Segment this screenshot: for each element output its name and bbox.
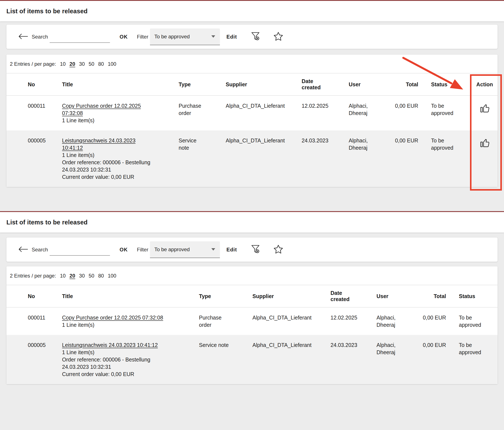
header-date-created: Date created [297, 78, 344, 91]
clear-filter-button[interactable] [250, 244, 261, 255]
line-items-info: 1 Line item(s) [62, 151, 152, 159]
cell-status: To be approved [453, 308, 498, 335]
order-value-info: Current order value: 0,00 EUR [62, 371, 173, 378]
thumb-up-icon [480, 108, 490, 114]
cell-supplier: Alpha_CI_DTA_Lieferant [248, 308, 326, 328]
table-row: 000011 Copy Purchase order 12.02.2025 07… [6, 96, 498, 131]
funnel-x-icon [250, 31, 261, 42]
header-supplier: Supplier [248, 293, 326, 299]
cell-date-created: 12.02.2025 [326, 308, 372, 328]
approve-button[interactable] [480, 102, 490, 115]
cell-type: Service note [179, 131, 221, 158]
line-items-info: 1 Line item(s) [62, 321, 173, 328]
results-table-card: 2 Entries / per page: 10 20 30 50 80 100… [6, 266, 498, 384]
document-link[interactable]: Copy Purchase order 12.02.2025 07:32:08 [62, 315, 163, 321]
order-value-info: Current order value: 0,00 EUR [62, 173, 152, 180]
entries-count-label: 2 Entries / per page: [10, 273, 56, 279]
header-type: Type [179, 81, 221, 88]
per-page-option-100[interactable]: 100 [108, 61, 116, 67]
clear-filter-button[interactable] [250, 31, 261, 42]
caret-down-icon [211, 248, 215, 251]
filter-dropdown-value: To be approved [154, 34, 189, 40]
edit-button[interactable]: Edit [226, 34, 237, 40]
header-action: Action [472, 81, 498, 88]
per-page-option-50[interactable]: 50 [89, 61, 94, 67]
line-items-info: 1 Line item(s) [62, 349, 173, 356]
filter-dropdown[interactable]: To be approved [150, 28, 220, 45]
search-input[interactable] [50, 244, 110, 256]
ok-button[interactable]: OK [120, 247, 128, 253]
cell-date-created: 12.02.2025 [297, 96, 344, 116]
per-page-option-20[interactable]: 20 [70, 273, 75, 279]
header-type: Type [199, 293, 248, 299]
per-page-option-80[interactable]: 80 [98, 273, 104, 279]
ok-button[interactable]: OK [120, 34, 128, 40]
line-items-info: 1 Line item(s) [62, 117, 152, 124]
header-status: Status [453, 293, 498, 299]
cell-total: 0,00 EUR [394, 96, 426, 116]
header-status: Status [426, 81, 472, 88]
favorite-button[interactable] [273, 31, 284, 42]
panel-top: List of items to be released Search OK F… [0, 0, 504, 211]
per-page-option-80[interactable]: 80 [98, 61, 104, 67]
arrow-left-icon [18, 246, 28, 253]
header-no: No [6, 293, 62, 299]
table-header-row: No Title Type Supplier Date created User… [6, 73, 498, 96]
per-page-option-30[interactable]: 30 [79, 273, 85, 279]
per-page-option-30[interactable]: 30 [79, 61, 85, 67]
cell-total: 0,00 EUR [422, 335, 453, 355]
panel-body: Search OK Filter To be approved Edit [0, 237, 504, 384]
order-reference-info: Order reference: 000006 - Bestellung 24.… [62, 159, 152, 173]
edit-button[interactable]: Edit [226, 247, 237, 253]
favorite-button[interactable] [273, 244, 284, 255]
per-page-option-20[interactable]: 20 [70, 61, 75, 67]
back-button[interactable] [18, 246, 28, 253]
per-page-option-50[interactable]: 50 [89, 273, 94, 279]
document-link[interactable]: Leistungsnachweis 24.03.2023 10:41:12 [62, 138, 135, 151]
header-user: User [344, 81, 394, 88]
approve-button[interactable] [480, 137, 490, 150]
document-link[interactable]: Leistungsnachweis 24.03.2023 10:41:12 [62, 342, 158, 348]
caret-down-icon [211, 35, 215, 38]
cell-status: To be approved [426, 131, 472, 158]
header-user: User [372, 293, 422, 299]
cell-date-created: 24.03.2023 [297, 131, 344, 150]
cell-no: 000011 [6, 96, 62, 116]
funnel-x-icon [250, 244, 261, 255]
table-header-row: No Title Type Supplier Date created User… [6, 285, 498, 308]
search-label: Search [32, 34, 48, 40]
filter-dropdown[interactable]: To be approved [150, 241, 220, 258]
cell-no: 000005 [6, 335, 62, 355]
table-row: 000005 Leistungsnachweis 24.03.2023 10:4… [6, 131, 498, 187]
cell-user: Alphaci, Dheeraj [344, 131, 394, 158]
header-supplier: Supplier [221, 81, 297, 88]
cell-no: 000011 [6, 308, 62, 328]
table-row: 000005 Leistungsnachweis 24.03.2023 10:4… [6, 335, 498, 384]
header-total: Total [422, 293, 453, 299]
cell-type: Purchase order [179, 96, 221, 123]
results-table-card: 2 Entries / per page: 10 20 30 50 80 100… [6, 55, 498, 187]
per-page-option-100[interactable]: 100 [108, 273, 116, 279]
cell-status: To be approved [426, 96, 472, 123]
search-input[interactable] [50, 31, 110, 43]
cell-status: To be approved [453, 335, 498, 362]
panel-bottom: List of items to be released Search OK F… [0, 211, 504, 384]
cell-user: Alphaci, Dheeraj [344, 96, 394, 123]
filter-dropdown-value: To be approved [154, 246, 189, 252]
cell-date-created: 24.03.2023 [326, 335, 372, 355]
cell-title: Leistungsnachweis 24.03.2023 10:41:12 1 … [62, 131, 179, 187]
cell-title: Copy Purchase order 12.02.2025 07:32:08 … [62, 308, 199, 335]
per-page-option-10[interactable]: 10 [60, 273, 66, 279]
back-button[interactable] [18, 33, 28, 40]
per-page-option-10[interactable]: 10 [60, 61, 66, 67]
toolbar: Search OK Filter To be approved Edit [6, 25, 498, 49]
cell-total: 0,00 EUR [394, 131, 426, 150]
page-title: List of items to be released [6, 8, 88, 15]
panel-body: Search OK Filter To be approved Edit [0, 25, 504, 211]
filter-label: Filter [137, 247, 148, 253]
cell-title: Leistungsnachweis 24.03.2023 10:41:12 1 … [62, 335, 199, 384]
document-link[interactable]: Copy Purchase order 12.02.2025 07:32:08 [62, 103, 141, 116]
header-no: No [6, 81, 62, 88]
cell-no: 000005 [6, 131, 62, 150]
spacer [6, 187, 498, 211]
